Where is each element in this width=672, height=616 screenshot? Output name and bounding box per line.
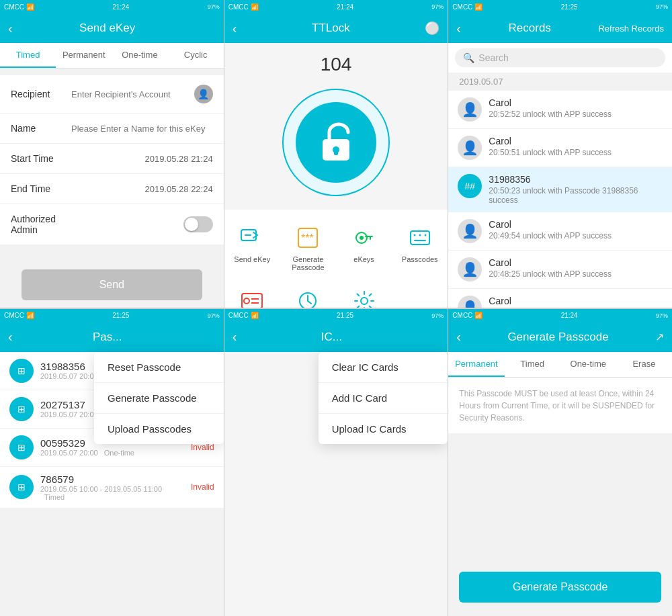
battery-2: 97% (431, 3, 444, 10)
passcodes-title: Pas... (13, 331, 202, 344)
status-left-2: CMCC 📶 (228, 3, 259, 11)
action-records[interactable]: Records (280, 279, 336, 308)
end-time-row: End Time 2019.05.28 22:24 (0, 174, 224, 204)
gen-tab-one-time[interactable]: One-time (560, 352, 616, 377)
time-4: 21:25 (112, 312, 129, 319)
upload-passcodes-item[interactable]: Upload Passcodes (94, 414, 224, 444)
name-input[interactable] (71, 124, 213, 134)
action-ekeys[interactable]: eKeys (336, 216, 392, 279)
action-grid: Send eKey *** Generate Passcode (224, 210, 448, 308)
battery-6: 97% (656, 312, 668, 319)
battery-5: 97% (431, 312, 444, 319)
record-avatar-3: 👤 (458, 219, 482, 243)
action-send-ekey[interactable]: Send eKey (224, 216, 280, 279)
ttlock-header: ‹ TTLock ⚪ (224, 13, 448, 43)
send-button[interactable]: Send (22, 269, 202, 300)
share-icon[interactable]: ↗ (655, 331, 664, 343)
passcodes-header: ‹ Pas... (0, 322, 224, 352)
tab-cyclic[interactable]: Cyclic (168, 43, 224, 68)
back-button-2[interactable]: ‹ (233, 21, 237, 36)
admin-toggle[interactable] (183, 216, 213, 232)
back-button-1[interactable]: ‹ (8, 21, 13, 36)
ic-cards-screen: CMCC 📶 21:25 97% ‹ IC... Clear IC Cards … (224, 309, 449, 617)
admin-label: Authorized Admin (11, 214, 71, 235)
record-avatar-5: 👤 (458, 296, 482, 308)
search-input-wrap[interactable]: 🔍 Search (455, 48, 665, 67)
action-ic-cards[interactable]: IC Cards (224, 279, 280, 308)
recipient-label: Recipient (11, 89, 71, 99)
back-button-5[interactable]: ‹ (233, 329, 237, 345)
gen-tab-erase[interactable]: Erase (616, 352, 672, 377)
action-generate-passcode[interactable]: *** Generate Passcode (280, 216, 336, 279)
refresh-records-button[interactable]: Refresh Records (598, 24, 664, 34)
passcode-content-3: 786579 2019.05.05 10:00 - 2019.05.05 11:… (40, 474, 184, 501)
svg-point-7 (360, 236, 364, 240)
recipient-icon: 👤 (194, 85, 213, 103)
records-icon (294, 288, 321, 308)
status-right-2: 97% (431, 3, 444, 10)
add-ic-card-item[interactable]: Add IC Card (319, 383, 448, 414)
record-detail-0: 20:52:52 unlock with APP success (489, 109, 663, 119)
carrier-2: CMCC (228, 3, 249, 11)
action-settings[interactable]: Settings (336, 279, 392, 308)
carrier: CMCC (4, 3, 24, 11)
upload-ic-cards-item[interactable]: Upload IC Cards (319, 414, 448, 444)
back-button-3[interactable]: ‹ (456, 21, 461, 36)
generate-passcode-svg: *** (296, 226, 320, 250)
record-name-3: Carol (489, 219, 663, 230)
tab-permanent[interactable]: Permanent (56, 43, 112, 68)
ic-cards-svg (240, 289, 264, 308)
passcode-status-2: Invalid (191, 443, 214, 452)
gen-tab-timed[interactable]: Timed (505, 352, 560, 377)
lock-outer-circle (282, 89, 390, 196)
records-title: Records (461, 21, 598, 35)
back-button-4[interactable]: ‹ (8, 329, 13, 345)
carrier-6: CMCC (452, 312, 472, 319)
grid-icon-0: ⊞ (17, 365, 26, 376)
passcode-item-3: ⊞ 786579 2019.05.05 10:00 - 2019.05.05 1… (0, 467, 224, 509)
search-placeholder: Search (478, 52, 508, 63)
tab-timed[interactable]: Timed (0, 43, 56, 68)
wifi-icon-5: 📶 (251, 312, 259, 319)
passcode-dropdown-menu: Reset Passcode Generate Passcode Upload … (94, 352, 224, 444)
tab-one-time[interactable]: One-time (112, 43, 167, 68)
back-button-6[interactable]: ‹ (456, 329, 461, 345)
name-row: Name (0, 114, 224, 144)
gen-tab-bar: Permanent Timed One-time Erase (448, 352, 672, 378)
svg-rect-2 (334, 150, 338, 155)
svg-text:***: *** (301, 232, 314, 244)
recipient-input[interactable] (71, 89, 194, 99)
generate-passcode-button[interactable]: Generate Passcode (459, 572, 661, 603)
status-left-5: CMCC 📶 (228, 312, 259, 319)
send-ekey-svg (240, 226, 264, 250)
ttlock-title: TTLock (237, 21, 425, 35)
status-left-4: CMCC 📶 (4, 312, 34, 319)
battery-1: 97% (208, 3, 220, 10)
status-left-3: CMCC 📶 (452, 3, 482, 11)
profile-icon[interactable]: ⚪ (425, 21, 439, 36)
passcodes-screen: CMCC 📶 21:25 97% ‹ Pas... ⊞ 31988356 201… (0, 309, 224, 617)
ic-cards-icon (239, 288, 265, 308)
clear-ic-cards-item[interactable]: Clear IC Cards (319, 352, 448, 383)
ttlock-screen: CMCC 📶 21:24 97% ‹ TTLock ⚪ 104 (224, 0, 449, 308)
status-bar-5: CMCC 📶 21:25 97% (224, 309, 448, 322)
send-button-wrap: Send (0, 245, 224, 308)
status-right-3: 97% (656, 3, 668, 10)
lock-number: 104 (321, 43, 352, 82)
ekeys-icon (351, 224, 378, 251)
admin-row: Authorized Admin (0, 204, 224, 245)
gen-tab-permanent[interactable]: Permanent (448, 352, 504, 377)
grid-icon-3: ⊞ (17, 482, 26, 492)
generate-passcode-screen: CMCC 📶 21:24 97% ‹ Generate Passcode ↗ P… (448, 309, 672, 617)
status-left: CMCC 📶 (4, 3, 34, 11)
records-svg (296, 289, 320, 308)
grid-icon-1: ⊞ (17, 404, 26, 414)
record-detail-4: 20:48:25 unlock with APP success (489, 269, 663, 279)
status-right-6: 97% (656, 312, 668, 319)
generate-passcode-item[interactable]: Generate Passcode (94, 383, 224, 414)
reset-passcode-item[interactable]: Reset Passcode (94, 352, 224, 383)
action-passcodes[interactable]: Passcodes (392, 216, 448, 279)
hash-icon-2: ## (465, 181, 476, 191)
action-passcodes-label: Passcodes (402, 255, 438, 263)
settings-icon (351, 288, 378, 308)
